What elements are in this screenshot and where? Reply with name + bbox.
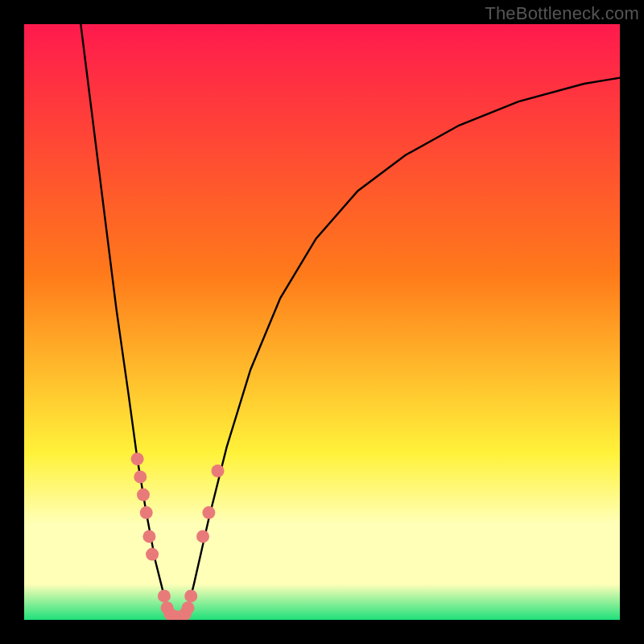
marker-dot	[212, 464, 225, 477]
marker-dot	[202, 506, 215, 519]
marker-dot	[146, 548, 159, 561]
marker-dot	[196, 530, 209, 543]
marker-dot	[182, 601, 195, 614]
marker-dot	[140, 506, 153, 519]
marker-dot	[158, 589, 171, 602]
marker-dot	[142, 530, 155, 543]
watermark-text: TheBottleneck.com	[485, 3, 639, 24]
gradient-background	[24, 24, 620, 620]
chart-frame: TheBottleneck.com	[0, 0, 644, 644]
marker-dot	[131, 452, 144, 465]
marker-dot	[134, 470, 147, 483]
marker-dot	[137, 489, 150, 502]
plot-area	[24, 24, 620, 620]
marker-dot	[184, 589, 197, 602]
chart-svg	[24, 24, 620, 620]
